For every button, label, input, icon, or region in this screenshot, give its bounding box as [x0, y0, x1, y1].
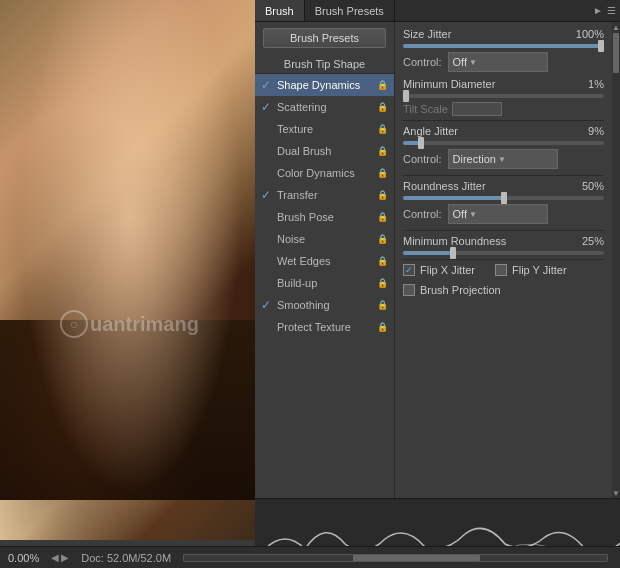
- scrollbar-thumb-h[interactable]: [353, 555, 480, 561]
- label-dual-brush: Dual Brush: [277, 145, 331, 157]
- brush-item-shape-dynamics[interactable]: ✓ Shape Dynamics 🔒: [255, 74, 394, 96]
- min-roundness-thumb[interactable]: [450, 247, 456, 259]
- label-buildup: Build-up: [277, 277, 317, 289]
- flip-y-row: Flip Y Jitter: [495, 264, 567, 276]
- status-doc: Doc: 52.0M/52.0M: [81, 552, 171, 564]
- min-diameter-slider[interactable]: [403, 94, 604, 98]
- brush-item-scattering[interactable]: ✓ Scattering 🔒: [255, 96, 394, 118]
- label-smoothing: Smoothing: [277, 299, 330, 311]
- brush-item-brush-pose[interactable]: Brush Pose 🔒: [255, 206, 394, 228]
- control-label-1: Control:: [403, 56, 442, 68]
- brush-item-wet-edges[interactable]: Wet Edges 🔒: [255, 250, 394, 272]
- horizontal-scrollbar[interactable]: [183, 554, 608, 562]
- control-direction-text: Direction: [453, 153, 496, 165]
- brush-projection-checkbox[interactable]: [403, 284, 415, 296]
- brush-item-dual-brush[interactable]: Dual Brush 🔒: [255, 140, 394, 162]
- size-jitter-fill: [403, 44, 604, 48]
- control-row-1: Control: Off ▼: [403, 52, 604, 72]
- nav-controls: ◀ ▶: [51, 552, 69, 563]
- label-scattering: Scattering: [277, 101, 327, 113]
- check-noise: [259, 232, 273, 246]
- panel-menu-icon[interactable]: ☰: [607, 5, 616, 16]
- brush-projection-row: Brush Projection: [403, 284, 604, 296]
- brush-item-texture[interactable]: Texture 🔒: [255, 118, 394, 140]
- nav-next[interactable]: ▶: [61, 552, 69, 563]
- flip-x-row: ✓ Flip X Jitter: [403, 264, 475, 276]
- control-select-1[interactable]: Off ▼: [448, 52, 548, 72]
- control-select-direction[interactable]: Direction ▼: [448, 149, 558, 169]
- min-roundness-fill: [403, 251, 453, 255]
- check-shape-dynamics: ✓: [259, 78, 273, 92]
- flip-x-label: Flip X Jitter: [420, 264, 475, 276]
- label-color-dynamics: Color Dynamics: [277, 167, 355, 179]
- divider-1: [403, 120, 604, 121]
- brush-item-protect-texture[interactable]: Protect Texture 🔒: [255, 316, 394, 338]
- scroll-down-btn[interactable]: ▼: [612, 488, 620, 498]
- scroll-up-btn[interactable]: ▲: [612, 22, 620, 32]
- min-diameter-value: 1%: [569, 78, 604, 90]
- angle-jitter-label: Angle Jitter: [403, 125, 565, 137]
- angle-jitter-thumb[interactable]: [418, 137, 424, 149]
- roundness-jitter-fill: [403, 196, 504, 200]
- label-wet-edges: Wet Edges: [277, 255, 331, 267]
- tilt-scale-row: Tilt Scale: [403, 102, 604, 116]
- panel-forward-icon[interactable]: ►: [593, 5, 603, 16]
- roundness-jitter-thumb[interactable]: [501, 192, 507, 204]
- brush-item-smoothing[interactable]: ✓ Smoothing 🔒: [255, 294, 394, 316]
- roundness-jitter-slider[interactable]: [403, 196, 604, 200]
- scroll-thumb[interactable]: [613, 33, 619, 73]
- control-label-direction: Control:: [403, 153, 442, 165]
- label-shape-dynamics: Shape Dynamics: [277, 79, 360, 91]
- brush-item-buildup[interactable]: Build-up 🔒: [255, 272, 394, 294]
- brush-presets-button[interactable]: Brush Presets: [263, 28, 386, 48]
- watermark: ○ uantrimang: [60, 310, 199, 338]
- lock-buildup: 🔒: [377, 278, 388, 288]
- min-roundness-slider[interactable]: [403, 251, 604, 255]
- flip-y-label: Flip Y Jitter: [512, 264, 567, 276]
- size-jitter-thumb[interactable]: [598, 40, 604, 52]
- control-select-2-text: Off: [453, 208, 467, 220]
- lock-shape-dynamics: 🔒: [377, 80, 388, 90]
- brush-projection-label: Brush Projection: [420, 284, 501, 296]
- right-scrollbar[interactable]: ▲ ▼: [612, 22, 620, 498]
- angle-jitter-row: Angle Jitter 9%: [403, 125, 604, 137]
- nav-prev[interactable]: ◀: [51, 552, 59, 563]
- control-label-2: Control:: [403, 208, 442, 220]
- check-dual-brush: [259, 144, 273, 158]
- control-select-2-arrow: ▼: [469, 210, 477, 219]
- label-texture: Texture: [277, 123, 313, 135]
- check-scattering: ✓: [259, 100, 273, 114]
- min-diameter-thumb[interactable]: [403, 90, 409, 102]
- lock-dual-brush: 🔒: [377, 146, 388, 156]
- control-row-direction: Control: Direction ▼: [403, 149, 604, 169]
- size-jitter-slider[interactable]: [403, 44, 604, 48]
- check-buildup: [259, 276, 273, 290]
- roundness-jitter-label: Roundness Jitter: [403, 180, 565, 192]
- tab-brush[interactable]: Brush: [255, 0, 305, 21]
- min-diameter-label: Minimum Diameter: [403, 78, 565, 90]
- roundness-jitter-value: 50%: [569, 180, 604, 192]
- check-wet-edges: [259, 254, 273, 268]
- tilt-scale-input[interactable]: [452, 102, 502, 116]
- divider-3: [403, 230, 604, 231]
- photo-background: ○ uantrimang: [0, 0, 260, 540]
- brush-item-transfer[interactable]: ✓ Transfer 🔒: [255, 184, 394, 206]
- min-roundness-row: Minimum Roundness 25%: [403, 235, 604, 247]
- brush-item-noise[interactable]: Noise 🔒: [255, 228, 394, 250]
- tab-brush-presets[interactable]: Brush Presets: [305, 0, 395, 21]
- lock-texture: 🔒: [377, 124, 388, 134]
- brush-item-color-dynamics[interactable]: Color Dynamics 🔒: [255, 162, 394, 184]
- check-smoothing: ✓: [259, 298, 273, 312]
- panel-tabs: Brush Brush Presets ► ☰: [255, 0, 620, 22]
- size-jitter-label: Size Jitter: [403, 28, 565, 40]
- divider-2: [403, 175, 604, 176]
- lock-noise: 🔒: [377, 234, 388, 244]
- lock-transfer: 🔒: [377, 190, 388, 200]
- angle-jitter-slider[interactable]: [403, 141, 604, 145]
- flip-x-checkbox[interactable]: ✓: [403, 264, 415, 276]
- status-zoom: 0.00%: [8, 552, 39, 564]
- roundness-jitter-row: Roundness Jitter 50%: [403, 180, 604, 192]
- control-select-2[interactable]: Off ▼: [448, 204, 548, 224]
- status-bar: 0.00% ◀ ▶ Doc: 52.0M/52.0M: [0, 546, 620, 568]
- flip-y-checkbox[interactable]: [495, 264, 507, 276]
